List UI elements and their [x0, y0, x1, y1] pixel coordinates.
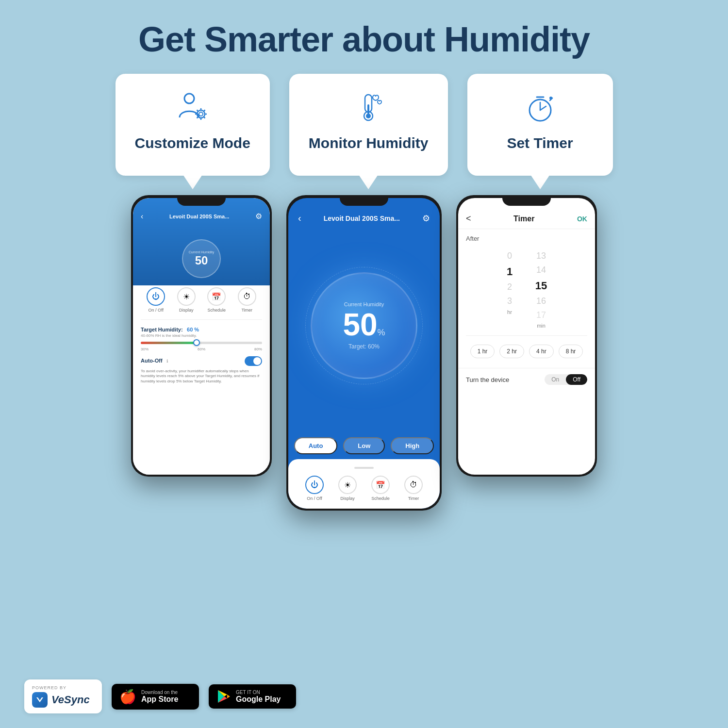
center-humidity-percent: % — [378, 328, 385, 338]
on-off-toggle[interactable]: On Off — [545, 374, 587, 385]
picker-hour-1-selected[interactable]: 1 — [495, 263, 524, 280]
svg-point-14 — [366, 114, 371, 118]
svg-rect-13 — [367, 104, 369, 114]
bottom-badges-row: POWERED BY VeSync 🍎 Download on the App … — [0, 679, 728, 713]
timer-ok-button[interactable]: OK — [577, 215, 587, 223]
feature-card-customize: Customize Mode — [116, 74, 270, 176]
app-store-text: Download on the App Store — [141, 690, 178, 704]
feature-card-timer: Set Timer — [467, 74, 613, 176]
left-schedule-item[interactable]: 📅 Schedule — [207, 287, 226, 313]
center-timer-label: Timer — [408, 496, 419, 501]
left-onoff-icon[interactable]: ⏻ — [147, 287, 165, 306]
auto-off-toggle[interactable] — [245, 356, 262, 366]
left-onoff-item[interactable]: ⏻ On / Off — [147, 287, 165, 313]
slider-track — [141, 342, 262, 344]
left-timer-label: Timer — [241, 308, 252, 313]
mark-30: 30% — [141, 347, 149, 351]
picker-hour-2[interactable]: 2 — [495, 280, 524, 294]
quick-1hr-button[interactable]: 1 hr — [470, 345, 495, 358]
humidity-slider[interactable] — [141, 342, 262, 344]
center-humidity-value: 50 — [343, 309, 377, 340]
center-app-title: Levoit Dual 200S Sma... — [324, 215, 400, 222]
picker-min-14[interactable]: 14 — [524, 263, 558, 277]
center-onoff-item[interactable]: ⏻ On / Off — [305, 476, 324, 501]
turn-device-label: Turn the device — [466, 376, 509, 383]
quick-buttons-row: 1 hr 2 hr 4 hr 8 hr — [458, 339, 595, 364]
vesync-logo: VeSync — [32, 692, 90, 708]
svg-line-7 — [197, 110, 198, 112]
get-it-on-label: GET IT ON — [236, 690, 281, 695]
center-display-icon[interactable]: ☀ — [338, 476, 357, 494]
left-timer-icon[interactable]: ⏱ — [238, 287, 256, 306]
picker-min-13[interactable]: 13 — [524, 249, 558, 263]
set-timer-label: Set Timer — [507, 135, 573, 151]
left-humidity-value: 50 — [195, 254, 208, 267]
timer-title: Timer — [513, 215, 534, 223]
center-schedule-item[interactable]: 📅 Schedule — [371, 476, 390, 501]
picker-min-16[interactable]: 16 — [524, 294, 558, 308]
auto-off-description: To avoid over-activity, your humidifier … — [141, 369, 262, 384]
timer-picker: 0 1 2 3 hr 13 14 15 16 17 min — [458, 245, 595, 332]
left-timer-item[interactable]: ⏱ Timer — [238, 287, 256, 313]
vesync-badge: POWERED BY VeSync — [24, 679, 102, 713]
left-display-icon[interactable]: ☀ — [177, 287, 196, 306]
picker-min-15-selected[interactable]: 15 — [524, 277, 558, 294]
google-play-badge[interactable]: GET IT ON Google Play — [209, 684, 296, 709]
picker-hour-0[interactable]: 0 — [495, 249, 524, 263]
quick-2hr-button[interactable]: 2 hr — [499, 345, 524, 358]
app-store-badge[interactable]: 🍎 Download on the App Store — [112, 684, 199, 710]
left-back-icon[interactable]: ‹ — [141, 212, 143, 221]
minutes-picker-col[interactable]: 13 14 15 16 17 min — [524, 249, 558, 329]
left-app-title: Levoit Dual 200S Sma... — [169, 214, 230, 219]
right-back-icon[interactable]: < — [466, 214, 471, 224]
center-settings-icon[interactable]: ⚙ — [422, 213, 430, 224]
toggle-on-option[interactable]: On — [545, 374, 566, 385]
svg-line-10 — [203, 110, 205, 112]
mark-80: 80% — [254, 347, 262, 351]
left-humidity-circle: Current Humidity 50 — [182, 239, 221, 278]
center-schedule-label: Schedule — [371, 496, 390, 501]
svg-line-9 — [197, 117, 198, 118]
phone-right-notch — [502, 195, 551, 206]
drag-handle — [354, 467, 374, 469]
target-humidity-row: Target Humidity: 60 % — [141, 325, 262, 333]
picker-min-17[interactable]: 17 — [524, 308, 558, 322]
person-gear-icon — [173, 88, 212, 127]
center-display-item[interactable]: ☀ Display — [338, 476, 357, 501]
left-schedule-icon[interactable]: 📅 — [207, 287, 226, 306]
center-icon-row: ⏻ On / Off ☀ Display 📅 Schedule ⏱ — [298, 476, 430, 501]
center-schedule-icon[interactable]: 📅 — [371, 476, 390, 494]
minutes-unit: min — [537, 323, 546, 329]
hours-picker-col[interactable]: 0 1 2 3 hr — [495, 249, 524, 329]
center-timer-icon[interactable]: ⏱ — [404, 476, 423, 494]
auto-off-row: Auto-Off ℹ — [141, 356, 262, 366]
mode-high-button[interactable]: High — [391, 437, 434, 454]
left-schedule-label: Schedule — [207, 308, 226, 313]
left-app-bar: ‹ Levoit Dual 200S Sma... ⚙ — [133, 208, 270, 221]
left-settings-icon[interactable]: ⚙ — [255, 212, 262, 221]
slider-marks: 30% 60% 80% — [141, 347, 262, 351]
picker-hour-3[interactable]: 3 — [495, 294, 524, 308]
center-back-icon[interactable]: ‹ — [298, 213, 301, 224]
vesync-icon — [32, 692, 48, 708]
mode-low-button[interactable]: Low — [343, 437, 385, 454]
mode-buttons: Auto Low High — [288, 432, 440, 459]
quick-4hr-button[interactable]: 4 hr — [529, 345, 554, 358]
mode-auto-button[interactable]: Auto — [294, 437, 338, 454]
toggle-off-option[interactable]: Off — [566, 374, 587, 385]
svg-line-8 — [203, 117, 205, 118]
feature-card-humidity: Monitor Humidity — [289, 74, 448, 176]
phone-customize: ‹ Levoit Dual 200S Sma... ⚙ Current Humi… — [131, 195, 272, 477]
left-display-item[interactable]: ☀ Display — [177, 287, 196, 313]
powered-by-label: POWERED BY — [32, 685, 66, 690]
center-timer-item[interactable]: ⏱ Timer — [404, 476, 423, 501]
center-onoff-icon[interactable]: ⏻ — [305, 476, 324, 494]
svg-line-17 — [540, 106, 546, 110]
slider-thumb[interactable] — [193, 339, 200, 346]
google-play-text: GET IT ON Google Play — [236, 690, 281, 704]
center-humidity-value-row: 50 % — [343, 309, 385, 340]
feature-cards-row: Customize Mode Monitor Humidity — [0, 74, 728, 176]
center-target-label: Target: 60% — [348, 343, 380, 350]
center-onoff-label: On / Off — [307, 496, 322, 501]
quick-8hr-button[interactable]: 8 hr — [559, 345, 583, 358]
